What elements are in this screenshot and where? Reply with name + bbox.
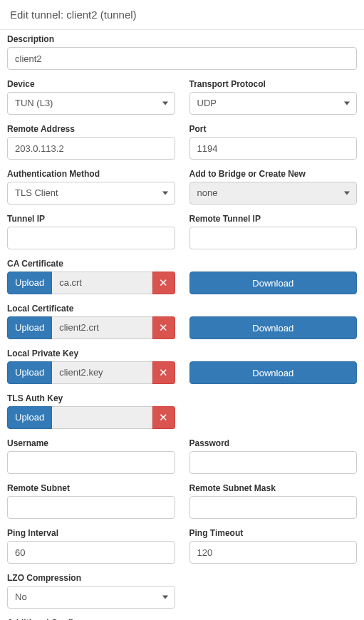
modal-body: Description Device TUN (L3) Transport Pr… xyxy=(0,30,364,620)
device-label: Device xyxy=(7,79,175,89)
local-cert-label: Local Certificate xyxy=(7,304,357,314)
ca-cert-download-button[interactable]: Download xyxy=(189,272,358,294)
remote-subnet-label: Remote Subnet xyxy=(7,483,175,493)
tunnel-ip-input[interactable] xyxy=(7,227,175,249)
device-select[interactable]: TUN (L3) xyxy=(7,92,175,115)
auth-method-label: Authentication Method xyxy=(7,169,175,179)
tls-auth-label: TLS Auth Key xyxy=(7,393,357,403)
tunnel-ip-label: Tunnel IP xyxy=(7,214,175,224)
ca-cert-upload-button[interactable]: Upload xyxy=(7,272,52,294)
remote-tunnel-ip-label: Remote Tunnel IP xyxy=(189,214,358,224)
ca-cert-filename: ca.crt xyxy=(52,272,152,294)
remote-address-label: Remote Address xyxy=(7,124,175,134)
tls-auth-filename xyxy=(52,406,152,429)
bridge-label: Add to Bridge or Create New xyxy=(189,169,358,179)
ping-timeout-input[interactable] xyxy=(189,541,358,564)
lzo-select[interactable]: No xyxy=(7,586,175,609)
close-icon: ✕ xyxy=(159,277,168,289)
edit-tunnel-modal: Edit tunnel: client2 (tunnel) Descriptio… xyxy=(0,0,364,620)
transport-protocol-label: Transport Protocol xyxy=(189,79,358,89)
close-icon: ✕ xyxy=(159,411,168,424)
local-cert-download-button[interactable]: Download xyxy=(189,316,358,339)
username-label: Username xyxy=(7,438,175,448)
ping-interval-label: Ping Interval xyxy=(7,528,175,538)
remote-subnet-mask-label: Remote Subnet Mask xyxy=(189,483,358,493)
modal-title: Edit tunnel: client2 (tunnel) xyxy=(10,9,137,21)
local-cert-filename: client2.crt xyxy=(52,316,152,339)
local-key-download-button[interactable]: Download xyxy=(189,361,358,384)
bridge-select[interactable]: none xyxy=(189,182,358,205)
local-key-label: Local Private Key xyxy=(7,348,357,358)
ping-interval-input[interactable] xyxy=(7,541,175,564)
local-cert-upload-button[interactable]: Upload xyxy=(7,316,52,339)
transport-protocol-select[interactable]: UDP xyxy=(189,92,358,115)
modal-header: Edit tunnel: client2 (tunnel) xyxy=(0,0,364,30)
local-key-upload-button[interactable]: Upload xyxy=(7,361,52,384)
password-input[interactable] xyxy=(189,451,358,474)
close-icon: ✕ xyxy=(159,321,168,334)
description-label: Description xyxy=(7,34,357,44)
lzo-label: LZO Compression xyxy=(7,573,175,583)
local-key-remove-button[interactable]: ✕ xyxy=(152,361,175,384)
close-icon: ✕ xyxy=(159,366,168,379)
local-key-filename: client2.key xyxy=(52,361,152,384)
password-label: Password xyxy=(189,438,358,448)
description-input[interactable] xyxy=(7,47,357,70)
username-input[interactable] xyxy=(7,451,175,474)
local-cert-remove-button[interactable]: ✕ xyxy=(152,316,175,339)
tls-auth-upload-button[interactable]: Upload xyxy=(7,406,52,429)
ping-timeout-label: Ping Timeout xyxy=(189,528,358,538)
auth-method-select[interactable]: TLS Client xyxy=(7,182,175,205)
remote-tunnel-ip-input[interactable] xyxy=(189,227,358,249)
ca-cert-label: CA Certificate xyxy=(7,259,357,269)
port-label: Port xyxy=(189,124,358,134)
remote-subnet-mask-input[interactable] xyxy=(189,496,358,519)
remote-subnet-input[interactable] xyxy=(7,496,175,519)
ca-cert-remove-button[interactable]: ✕ xyxy=(152,272,175,294)
port-input[interactable] xyxy=(189,137,358,160)
remote-address-input[interactable] xyxy=(7,137,175,160)
tls-auth-remove-button[interactable]: ✕ xyxy=(152,406,175,429)
